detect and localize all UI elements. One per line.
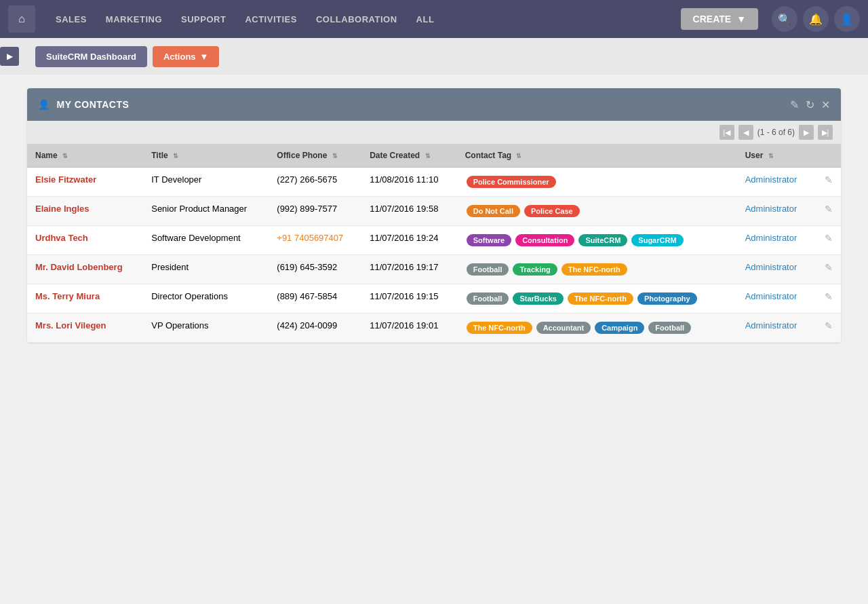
contact-tag[interactable]: Football [648,322,691,334]
sidebar-toggle[interactable]: ▶ [0,47,19,66]
nav-marketing[interactable]: MARKETING [96,0,172,38]
table-header-row: Name ⇅ Title ⇅ Office Phone ⇅ Date Creat… [27,144,841,168]
search-icon: 🔍 [778,13,791,26]
contact-tag[interactable]: Police Commissioner [467,176,556,188]
contacts-table: Name ⇅ Title ⇅ Office Phone ⇅ Date Creat… [27,144,841,343]
contact-tag[interactable]: Accountant [536,322,591,334]
contact-tag[interactable]: Consultation [515,234,574,246]
contact-tags-cell: FootballStarBucksThe NFC-northPhotograph… [457,284,737,314]
pagination-bar: |◀ ◀ (1 - 6 of 6) ▶ ▶| [27,121,841,144]
col-phone[interactable]: Office Phone ⇅ [269,144,361,168]
first-page-button[interactable]: |◀ [719,125,734,140]
user-profile-button[interactable]: 👤 [834,6,860,32]
secondary-bar: ▶ SuiteCRM Dashboard Actions ▼ [0,38,868,75]
contact-phone-cell: (889) 467-5854 [269,284,361,314]
contact-tag[interactable]: The NFC-north [467,322,532,334]
contact-tag[interactable]: Football [467,263,509,276]
row-edit-button[interactable]: ✎ [814,197,841,226]
contact-tag[interactable]: Tracking [513,263,557,276]
nav-activities[interactable]: ACTIVITIES [235,0,307,38]
contact-name-link[interactable]: Elaine Ingles [35,204,89,214]
nav-support[interactable]: SUPPORT [172,0,235,38]
contact-name-cell: Elaine Ingles [27,197,143,226]
contact-tags-cell: FootballTrackingThe NFC-north [457,255,737,284]
search-button[interactable]: 🔍 [772,6,797,32]
contact-tag[interactable]: Police Case [524,205,580,217]
pagination-info: (1 - 6 of 6) [757,128,795,137]
contact-tag[interactable]: SugarCRM [631,234,683,246]
contact-name-link[interactable]: Urdhva Tech [35,233,88,243]
contact-user-cell: Administrator [737,314,814,343]
create-button[interactable]: CREATE ▼ [681,8,758,30]
contact-user-link[interactable]: Administrator [745,174,797,185]
prev-page-button[interactable]: ◀ [738,125,753,140]
actions-label: Actions [163,52,196,62]
contact-user-link[interactable]: Administrator [745,233,797,243]
contact-title-cell: Senior Product Manager [143,197,269,226]
contact-tag[interactable]: Do Not Call [467,205,520,217]
bell-icon: 🔔 [809,13,823,26]
last-page-button[interactable]: ▶| [818,125,833,140]
actions-button[interactable]: Actions ▼ [153,46,220,67]
table-row: Mrs. Lori VilegenVP Operations(424) 204-… [27,314,841,343]
row-edit-button[interactable]: ✎ [814,255,841,284]
contact-user-cell: Administrator [737,284,814,314]
contact-tag[interactable]: Software [467,234,511,246]
top-navigation: ⌂ SALES MARKETING SUPPORT ACTIVITIES COL… [0,0,868,38]
contact-user-link[interactable]: Administrator [745,204,797,214]
home-button[interactable]: ⌂ [8,5,35,33]
contact-user-link[interactable]: Administrator [745,262,797,272]
contact-name-link[interactable]: Ms. Terry Miura [35,291,100,301]
col-actions [814,144,841,168]
contact-phone-link[interactable]: +91 7405697407 [277,233,343,243]
widget-title: 👤 MY CONTACTS [38,99,790,110]
nav-collaboration[interactable]: COLLABORATION [307,0,407,38]
contact-tag[interactable]: StarBucks [513,292,563,305]
contact-date-cell: 11/07/2016 19:01 [361,314,457,343]
contact-name-link[interactable]: Mr. David Lobenberg [35,262,123,272]
contact-name-link[interactable]: Mrs. Lori Vilegen [35,320,106,331]
contact-tag[interactable]: The NFC-north [561,263,627,276]
suite-dashboard-button[interactable]: SuiteCRM Dashboard [35,46,147,67]
notifications-button[interactable]: 🔔 [803,6,829,32]
contact-date-cell: 11/07/2016 19:17 [361,255,457,284]
contact-tag[interactable]: The NFC-north [568,292,633,305]
actions-arrow: ▼ [200,52,209,62]
table-row: Urdhva TechSoftware Development+91 74056… [27,226,841,255]
close-widget-button[interactable]: ✕ [821,98,830,111]
contact-phone-cell: (227) 266-5675 [269,168,361,197]
contact-tag[interactable]: Campaign [595,322,644,334]
row-edit-button[interactable]: ✎ [814,168,841,197]
contact-name-cell: Elsie Fitzwater [27,168,143,197]
widget-header: 👤 MY CONTACTS ✎ ↻ ✕ [27,88,841,121]
contact-date-cell: 11/07/2016 19:15 [361,284,457,314]
contact-tag[interactable]: SuiteCRM [578,234,627,246]
contact-tag[interactable]: Photography [637,292,697,305]
contact-title-cell: Director Operations [143,284,269,314]
contact-user-link[interactable]: Administrator [745,320,797,331]
row-edit-button[interactable]: ✎ [814,314,841,343]
table-row: Mr. David LobenbergPresident(619) 645-35… [27,255,841,284]
next-page-button[interactable]: ▶ [799,125,814,140]
contact-name-cell: Mr. David Lobenberg [27,255,143,284]
contact-name-link[interactable]: Elsie Fitzwater [35,174,96,185]
table-row: Ms. Terry MiuraDirector Operations(889) … [27,284,841,314]
contact-tag[interactable]: Football [467,292,509,305]
col-name[interactable]: Name ⇅ [27,144,143,168]
contact-phone-cell: (619) 645-3592 [269,255,361,284]
col-date[interactable]: Date Created ⇅ [361,144,457,168]
col-title[interactable]: Title ⇅ [143,144,269,168]
row-edit-button[interactable]: ✎ [814,226,841,255]
contact-phone-cell: (992) 899-7577 [269,197,361,226]
nav-all[interactable]: ALL [407,0,444,38]
row-edit-button[interactable]: ✎ [814,284,841,314]
contact-name-cell: Ms. Terry Miura [27,284,143,314]
col-user[interactable]: User ⇅ [737,144,814,168]
refresh-widget-button[interactable]: ↻ [806,98,814,111]
toggle-icon: ▶ [7,52,13,61]
edit-widget-button[interactable]: ✎ [790,98,799,111]
contact-tags-cell: The NFC-northAccountantCampaignFootball [457,314,737,343]
col-tag[interactable]: Contact Tag ⇅ [457,144,737,168]
nav-sales[interactable]: SALES [46,0,96,38]
contact-user-link[interactable]: Administrator [745,291,797,301]
